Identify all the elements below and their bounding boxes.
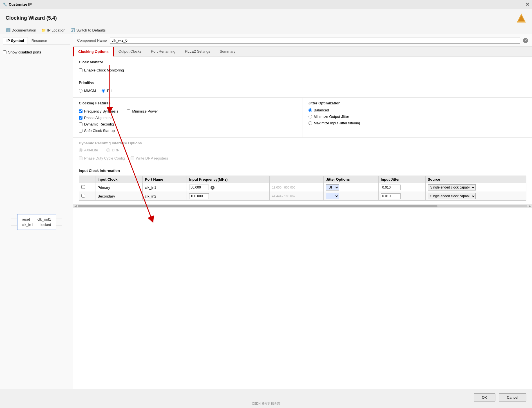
clock-monitor-title: Clock Monitor	[79, 60, 526, 64]
row2-input-clock: Secondary	[95, 192, 142, 201]
dynamic-reconfig-interface-section: Dynamic Reconfig Interface Options AXI4L…	[73, 138, 532, 165]
row1-checkbox[interactable]	[81, 185, 85, 189]
port-clkin1-label: clk_in1	[22, 223, 33, 227]
show-disabled-ports-row: Show disabled ports	[3, 49, 70, 55]
col-input-freq-header: Input Frequency(MHz)	[187, 176, 269, 183]
port-locked-label: locked	[41, 223, 51, 227]
ip-location-button[interactable]: 📁 IP Location	[41, 28, 65, 32]
jitter-balanced-radio[interactable]	[309, 108, 312, 112]
row1-input-jitter	[378, 183, 425, 192]
port-clkin1-wire	[11, 225, 17, 225]
write-drp-checkbox[interactable]	[131, 156, 134, 160]
clocking-features-title: Clocking Features	[79, 101, 297, 105]
row2-input-jitter	[378, 192, 425, 201]
show-disabled-ports-label: Show disabled ports	[8, 50, 41, 54]
row1-frequency-input[interactable]	[189, 185, 209, 190]
enable-clock-monitoring-checkbox[interactable]	[79, 68, 82, 72]
row1-jitter-select[interactable]: UI PS	[326, 184, 339, 190]
row2-jitter-select[interactable]: UI PS	[326, 193, 339, 199]
col-input-clock-header: Input Clock	[95, 176, 142, 183]
table-row: Primary clk_in1 ✕ 19.000 - 800.000 UI PS	[79, 183, 526, 192]
toolbar: ℹ️ Documentation 📁 IP Location 🔄 Switch …	[0, 26, 532, 34]
axi4lite-label: AXI4Lite	[84, 148, 98, 152]
phase-alignment-label: Phase Alignment	[84, 116, 112, 120]
jitter-minimize-output-radio[interactable]	[309, 115, 312, 118]
row1-jitter-input[interactable]	[381, 185, 401, 190]
jitter-maximize-input-label: Maximize Input Jitter filtering	[314, 121, 360, 125]
tabs-bar: Clocking Options Output Clocks Port Rena…	[73, 47, 532, 57]
phase-duty-cycle-label: Phase Duty Cycle Config	[84, 156, 125, 160]
primitive-mmcm-radio[interactable]	[79, 89, 82, 93]
input-clock-title: Input Clock Information	[79, 169, 526, 173]
primitive-mmcm-label: MMCM	[84, 89, 96, 93]
write-drp-label: Write DRP registers	[136, 156, 168, 160]
component-name-clear-button[interactable]: ✕	[523, 38, 528, 43]
jitter-balanced-label: Balanced	[314, 108, 329, 112]
documentation-icon: ℹ️	[6, 28, 10, 32]
tab-plle2-settings[interactable]: PLLE2 Settings	[180, 47, 215, 56]
row2-checkbox-cell	[79, 192, 95, 201]
tab-clocking-options[interactable]: Clocking Options	[73, 47, 114, 57]
row1-source-select[interactable]: Single ended clock capable...	[428, 184, 476, 190]
tab-resource[interactable]: Resource	[28, 37, 51, 44]
drp-row: DRP	[106, 148, 119, 152]
switch-icon: 🔄	[70, 28, 75, 32]
ok-button[interactable]: OK	[474, 393, 495, 402]
row2-jitter-input[interactable]	[381, 193, 401, 199]
documentation-button[interactable]: ℹ️ Documentation	[6, 28, 36, 32]
row1-port-name: clk_in1	[142, 183, 187, 192]
switch-to-defaults-button[interactable]: 🔄 Switch to Defaults	[70, 28, 106, 32]
write-drp-row: Write DRP registers	[131, 155, 168, 162]
axi4lite-radio[interactable]	[79, 148, 82, 152]
col-input-jitter-header: Input Jitter	[378, 176, 425, 183]
row2-source-cell: Single ended clock capabl...	[425, 192, 526, 201]
content-area: IP Symbol Resource Show disabled ports	[0, 34, 532, 389]
jitter-maximize-input-radio[interactable]	[309, 121, 312, 125]
frequency-synthesis-label: Frequency Synthesis	[84, 109, 118, 113]
row1-frequency-cell: ✕	[187, 183, 269, 192]
drp-radio[interactable]	[106, 148, 110, 152]
left-panel-tabs: IP Symbol Resource	[3, 37, 70, 44]
minimize-power-checkbox[interactable]	[127, 109, 130, 113]
app-icon: 🔧	[3, 3, 7, 6]
primitive-radio-group: MMCM PLL	[79, 88, 526, 94]
col-source-header: Source	[425, 176, 526, 183]
row1-range: 19.000 - 800.000	[270, 183, 324, 192]
enable-clock-monitoring-row: Enable Clock Monitoring	[79, 67, 526, 73]
row1-clear-button[interactable]: ✕	[211, 186, 214, 190]
row2-checkbox[interactable]	[81, 194, 85, 198]
frequency-synthesis-checkbox[interactable]	[79, 109, 82, 113]
safe-clock-startup-checkbox[interactable]	[79, 129, 82, 133]
enable-clock-monitoring-label: Enable Clock Monitoring	[84, 68, 124, 72]
phase-duty-cycle-checkbox[interactable]	[79, 156, 82, 160]
tab-ip-symbol[interactable]: IP Symbol	[3, 37, 28, 44]
port-clkout1-wire	[56, 219, 62, 219]
close-button[interactable]: ✕	[526, 2, 529, 7]
axi4lite-row: AXI4Lite	[79, 148, 98, 152]
row2-frequency-input[interactable]	[189, 193, 209, 199]
tab-summary[interactable]: Summary	[215, 47, 240, 56]
horizontal-scrollbar[interactable]: ◀ ▶	[73, 204, 532, 208]
jitter-minimize-output-label: Minimize Output Jitter	[314, 115, 349, 119]
dynamic-reconfig-checkbox[interactable]	[79, 122, 82, 126]
row1-source-cell: Single ended clock capable...	[425, 183, 526, 192]
row1-jitter-options: UI PS	[324, 183, 379, 192]
minimize-power-label: Minimize Power	[132, 109, 158, 113]
ip-block: reset clk_out1 clk_in1 locked	[17, 214, 56, 230]
jitter-optimization-title: Jitter Optimization	[309, 101, 527, 105]
component-name-input[interactable]	[110, 37, 520, 44]
dynamic-reconfig-interface-title: Dynamic Reconfig Interface Options	[79, 141, 526, 145]
xilinx-logo	[516, 13, 526, 23]
row2-jitter-options: UI PS	[324, 192, 379, 201]
left-panel: IP Symbol Resource Show disabled ports	[0, 34, 73, 389]
row2-source-select[interactable]: Single ended clock capabl...	[428, 193, 476, 199]
tab-port-renaming[interactable]: Port Renaming	[146, 47, 180, 56]
table-row: Secondary clk_in2 44.444 - 103.667 UI	[79, 192, 526, 201]
port-clkout1-label: clk_out1	[37, 217, 51, 221]
cancel-button[interactable]: Cancel	[499, 393, 526, 402]
primitive-pll-radio[interactable]	[102, 89, 105, 93]
tab-output-clocks[interactable]: Output Clocks	[114, 47, 146, 56]
show-disabled-ports-checkbox[interactable]	[3, 50, 6, 54]
phase-alignment-checkbox[interactable]	[79, 116, 82, 120]
primitive-section: Primitive MMCM PLL	[73, 77, 532, 98]
